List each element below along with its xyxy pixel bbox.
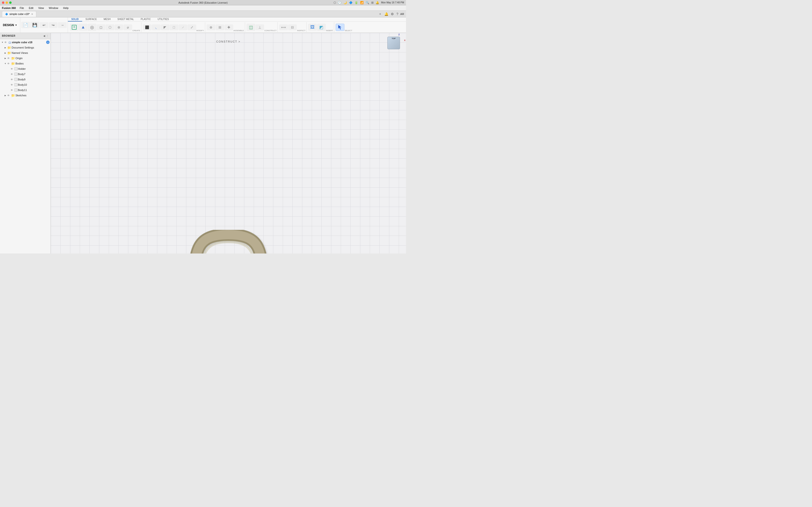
- viewport[interactable]: Z TOP X CONSTRUCT > ⊕ ⊞ ✋ 🔄 🔍 ⌕▾ ◻ ◈ ⋯: [51, 33, 406, 253]
- scale-button[interactable]: ⤢: [188, 24, 196, 30]
- browser-item-sketches[interactable]: ▶ 👁 📁 Sketches: [0, 93, 51, 98]
- root-visibility-icon[interactable]: 👁: [4, 41, 8, 44]
- tab-sheet-metal[interactable]: SHEET METAL: [114, 17, 138, 21]
- browser-item-body9[interactable]: 👁 □ Body9: [0, 77, 51, 82]
- browser-item-bodies[interactable]: ▼ 👁 📁 Bodies: [0, 61, 51, 66]
- document-tab[interactable]: 🔷 simple cube v18* ✕: [2, 11, 36, 17]
- view-cube-face[interactable]: TOP: [388, 37, 400, 49]
- browser-root-item[interactable]: ▼ 👁 🗂 simple cube v18 ⊙: [0, 40, 51, 45]
- save-button[interactable]: 💾: [31, 22, 39, 28]
- sketches-visibility-icon[interactable]: 👁: [7, 94, 11, 97]
- browser-panel: BROWSER ◀ ⋮ ▼ 👁 🗂 simple cube v18 ⊙ ▶ 📁 …: [0, 33, 51, 253]
- horseshoe-svg: [183, 225, 274, 253]
- scale-icon: ⤢: [191, 25, 193, 29]
- rigid-group-button[interactable]: ⊞: [215, 24, 224, 30]
- body9-visibility-icon[interactable]: 👁: [11, 78, 14, 81]
- body10-label: Body10: [18, 83, 50, 86]
- revolve-button[interactable]: ◎: [88, 24, 96, 31]
- browser-settings-button[interactable]: ⋮: [46, 35, 49, 37]
- assemble-label: ASSEMBLE: [234, 30, 244, 32]
- tab-close-button[interactable]: ✕: [31, 13, 33, 15]
- maximize-button[interactable]: [9, 1, 12, 4]
- menu-help[interactable]: Help: [61, 6, 70, 10]
- measure-button[interactable]: ⟺: [279, 24, 288, 30]
- notifications-button[interactable]: 🔔: [384, 12, 389, 16]
- tab-surface[interactable]: SURFACE: [82, 17, 100, 21]
- axis-button[interactable]: ⊥: [255, 24, 264, 30]
- view-cube[interactable]: Z TOP X: [385, 37, 402, 54]
- menu-window[interactable]: Window: [47, 6, 60, 10]
- menu-file[interactable]: File: [18, 6, 26, 10]
- browser-item-body10[interactable]: 👁 □ Body10: [0, 82, 51, 88]
- draft-button[interactable]: ⟋: [179, 24, 187, 30]
- menu-edit[interactable]: Edit: [27, 6, 35, 10]
- new-button[interactable]: 📄: [21, 22, 30, 28]
- press-pull-button[interactable]: ⬛: [143, 24, 152, 30]
- origin-visibility-icon[interactable]: 👁: [7, 57, 11, 60]
- loft-button[interactable]: ⬡: [106, 24, 114, 30]
- insert-canvas-button[interactable]: 🖼: [308, 24, 317, 31]
- measure-icon: ⟺: [281, 25, 286, 29]
- user-initials[interactable]: AR: [400, 12, 404, 15]
- undo-button[interactable]: ↩: [40, 22, 48, 28]
- tab-bar: 🔷 simple cube v18* ✕ ＋ 🔔 ⚙ ? AR: [0, 11, 406, 17]
- notification-icon[interactable]: 🔔: [375, 1, 379, 4]
- insert-svg-button[interactable]: ◩: [317, 24, 326, 31]
- workspace-label: DESIGN: [3, 23, 14, 27]
- redo-button[interactable]: ↪: [49, 22, 57, 28]
- tab-mesh[interactable]: MESH: [100, 17, 114, 21]
- bodies-expand-icon: ▼: [4, 62, 7, 65]
- new-component-button[interactable]: +: [70, 24, 79, 31]
- hole-icon: ⊗: [117, 25, 120, 29]
- new-component-icon: +: [72, 25, 77, 30]
- plane-icon: ◫: [249, 24, 253, 30]
- control-center-icon[interactable]: ⊞: [371, 1, 373, 4]
- holder-visibility-icon[interactable]: 👁: [11, 68, 14, 70]
- browser-collapse-button[interactable]: ◀: [43, 35, 45, 37]
- wifi-icon: 📶: [360, 1, 364, 4]
- move-button[interactable]: ✚: [224, 24, 233, 30]
- sweep-button[interactable]: ◻: [97, 24, 105, 30]
- undo-icon: ↩: [43, 23, 45, 27]
- minimize-button[interactable]: [6, 1, 8, 4]
- body7-visibility-icon[interactable]: 👁: [11, 73, 14, 75]
- select-button[interactable]: [336, 24, 344, 31]
- new-tab-button[interactable]: ＋: [378, 11, 382, 17]
- traffic-lights: [2, 1, 12, 4]
- browser-item-named-views[interactable]: ▶ 📁 Named Views: [0, 50, 51, 56]
- browser-item-doc-settings[interactable]: ▶ 📁 Document Settings: [0, 45, 51, 50]
- fillet-button[interactable]: ◟: [152, 24, 160, 30]
- hole-button[interactable]: ⊗: [114, 24, 123, 30]
- forward-button[interactable]: →: [58, 22, 67, 28]
- tab-utilities[interactable]: UTILITIES: [154, 17, 172, 21]
- menu-view[interactable]: View: [36, 6, 46, 10]
- chamfer-button[interactable]: ◤: [161, 24, 169, 30]
- inspect-group: ⟺ ⊟ INSPECT: [278, 22, 307, 32]
- extrude-button[interactable]: ▲: [79, 24, 88, 31]
- menu-bar: Fusion 360 File Edit View Window Help: [0, 5, 406, 11]
- body10-visibility-icon[interactable]: 👁: [11, 83, 14, 86]
- workspace-selector[interactable]: DESIGN ▼: [0, 17, 20, 33]
- body11-icon: □: [14, 89, 17, 92]
- search-icon[interactable]: 🔍: [366, 1, 369, 4]
- tab-solid[interactable]: SOLID: [68, 17, 82, 21]
- browser-item-holder[interactable]: 👁 □ Holder: [0, 66, 51, 71]
- settings-button[interactable]: ⚙: [390, 12, 394, 16]
- browser-item-body11[interactable]: 👁 □ Body11: [0, 88, 51, 93]
- tab-title: simple cube v18*: [9, 12, 30, 15]
- tab-icon: 🔷: [5, 13, 8, 15]
- help-button[interactable]: ?: [396, 12, 399, 16]
- browser-item-body7[interactable]: 👁 □ Body7: [0, 71, 51, 77]
- bodies-visibility-icon[interactable]: 👁: [7, 62, 11, 65]
- joint-button[interactable]: ⊕: [207, 24, 215, 30]
- forward-icon: →: [61, 23, 64, 27]
- clock-icon: 🕐: [338, 1, 342, 4]
- thread-button[interactable]: ⌀: [123, 24, 132, 30]
- body11-visibility-icon[interactable]: 👁: [11, 89, 14, 92]
- section-analysis-button[interactable]: ⊟: [288, 24, 297, 30]
- tab-plastic[interactable]: PLASTIC: [137, 17, 154, 21]
- close-button[interactable]: [2, 1, 4, 4]
- plane-button[interactable]: ◫: [247, 24, 255, 31]
- shell-button[interactable]: □: [170, 24, 179, 30]
- browser-item-origin[interactable]: ▶ 👁 📁 Origin: [0, 56, 51, 61]
